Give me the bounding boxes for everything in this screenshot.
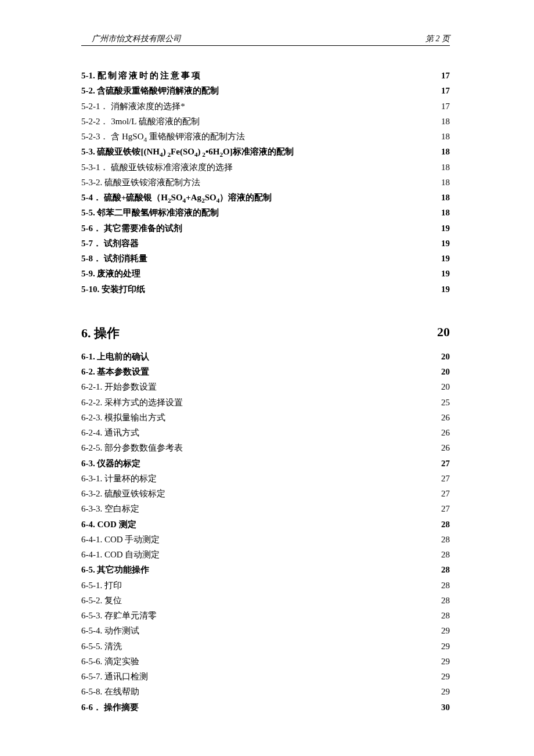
- toc-row: 6-2-3. 模拟量输出方式26: [81, 410, 450, 425]
- toc-page: 18: [431, 205, 450, 220]
- toc-row: 6-5-5. 清洗29: [81, 639, 450, 654]
- toc-page: 29: [431, 623, 450, 638]
- toc-row: 5-2-2． 3mol/L 硫酸溶液的配制18: [81, 114, 450, 129]
- document-page: 广州市怡文科技有限公司 第 2 页 5-1. 配制溶液时的注意事项175-2. …: [0, 0, 534, 750]
- toc-page: 29: [431, 684, 450, 699]
- toc-title: 6-5-6. 滴定实验: [81, 654, 431, 669]
- toc-row: 5-7． 试剂容器19: [81, 236, 450, 251]
- toc-row: 5-6． 其它需要准备的试剂19: [81, 221, 450, 236]
- toc-row: 6-2-2. 采样方式的选择设置25: [81, 395, 450, 410]
- toc-row: 6-2-5. 部分参数数值参考表26: [81, 440, 450, 455]
- toc-title: 6-4-1. COD 自动测定: [81, 547, 431, 562]
- toc-title: 6-3-3. 空白标定: [81, 501, 431, 516]
- toc-section-6-head: 6. 操作 20: [81, 325, 450, 342]
- toc-title: 6-5-4. 动作测试: [81, 623, 431, 638]
- toc-row: 6-2-4. 通讯方式26: [81, 425, 450, 440]
- toc-page: 19: [431, 221, 450, 236]
- toc-page: 28: [431, 517, 450, 532]
- toc-title: 6-2-3. 模拟量输出方式: [81, 410, 431, 425]
- toc-title: 6-5-8. 在线帮助: [81, 684, 431, 699]
- header-page-label: 第 2 页: [425, 34, 450, 44]
- toc-page: 18: [431, 175, 450, 190]
- toc-row: 5-2-3． 含 HgSO4 重铬酸钾溶液的配制方法18: [81, 129, 450, 144]
- toc-page: 26: [431, 425, 450, 440]
- toc-page: 27: [431, 486, 450, 501]
- toc-title: 6-5-7. 通讯口检测: [81, 669, 431, 684]
- toc-row: 6-4. COD 测定28: [81, 517, 450, 532]
- toc-row: 6-1. 上电前的确认20: [81, 349, 450, 364]
- toc-title: 6-2-2. 采样方式的选择设置: [81, 395, 431, 410]
- toc-title: 5-1. 配制溶液时的注意事项: [81, 68, 431, 83]
- toc-title: 5-6． 其它需要准备的试剂: [81, 221, 431, 236]
- toc-page: 25: [431, 395, 450, 410]
- toc-title: 6-1. 上电前的确认: [81, 349, 431, 364]
- toc-page: 30: [431, 700, 450, 715]
- toc-page: 28: [431, 578, 450, 593]
- toc-page: 19: [431, 236, 450, 251]
- toc-title: 5-9. 废液的处理: [81, 266, 431, 281]
- toc-row: 5-3-1． 硫酸亚铁铵标准溶液浓度的选择18: [81, 160, 450, 175]
- toc-page: 18: [431, 114, 450, 129]
- toc-page: 28: [431, 608, 450, 623]
- toc-row: 5-2-1． 消解液浓度的选择*17: [81, 99, 450, 114]
- toc-page: 26: [431, 440, 450, 455]
- toc-row: 6-5-6. 滴定实验29: [81, 654, 450, 669]
- toc-title: 6-6． 操作摘要: [81, 700, 431, 715]
- toc-row: 5-3-2. 硫酸亚铁铵溶液配制方法18: [81, 175, 450, 190]
- toc-row: 6-5-8. 在线帮助29: [81, 684, 450, 699]
- toc-page: 28: [431, 593, 450, 608]
- toc-page: 29: [431, 654, 450, 669]
- toc-section-5: 5-1. 配制溶液时的注意事项175-2. 含硫酸汞重铬酸钾消解液的配制175-…: [81, 68, 450, 297]
- toc-row: 6-5-3. 存贮单元清零28: [81, 608, 450, 623]
- toc-row: 6-4-1. COD 手动测定28: [81, 532, 450, 547]
- section-title: 6. 操作: [81, 325, 120, 342]
- toc-row: 6-3-1. 计量杯的标定27: [81, 471, 450, 486]
- toc-page: 17: [431, 83, 450, 98]
- toc-page: 17: [431, 68, 450, 83]
- toc-page: 18: [431, 144, 450, 159]
- toc-title: 6-4. COD 测定: [81, 517, 431, 532]
- toc-row: 5-4． 硫酸+硫酸银（H2SO4+Ag2SO4）溶液的配制18: [81, 190, 450, 205]
- toc-page: 28: [431, 547, 450, 562]
- section-page: 20: [437, 325, 450, 342]
- toc-row: 6-5-7. 通讯口检测29: [81, 669, 450, 684]
- toc-page: 28: [431, 532, 450, 547]
- toc-title: 6-2-1. 开始参数设置: [81, 379, 431, 394]
- toc-page: 18: [431, 160, 450, 175]
- toc-row: 5-10. 安装打印纸19: [81, 282, 450, 297]
- toc-row: 5-5. 邻苯二甲酸氢钾标准溶液的配制18: [81, 205, 450, 220]
- toc-title: 6-2-5. 部分参数数值参考表: [81, 440, 431, 455]
- toc-title: 5-8． 试剂消耗量: [81, 251, 431, 266]
- toc-page: 18: [431, 190, 450, 205]
- toc-title: 6-3-2. 硫酸亚铁铵标定: [81, 486, 431, 501]
- toc-row: 5-8． 试剂消耗量19: [81, 251, 450, 266]
- toc-page: 20: [431, 349, 450, 364]
- toc-page: 18: [431, 129, 450, 144]
- toc-page: 28: [431, 562, 450, 577]
- toc-title: 5-2-3． 含 HgSO4 重铬酸钾溶液的配制方法: [81, 129, 431, 144]
- toc-page: 29: [431, 669, 450, 684]
- page-header: 广州市怡文科技有限公司 第 2 页: [81, 34, 450, 46]
- toc-section-6: 6-1. 上电前的确认206-2. 基本参数设置206-2-1. 开始参数设置2…: [81, 349, 450, 715]
- toc-title: 5-10. 安装打印纸: [81, 282, 431, 297]
- toc-page: 19: [431, 282, 450, 297]
- toc-title: 5-3-1． 硫酸亚铁铵标准溶液浓度的选择: [81, 160, 431, 175]
- toc-page: 20: [431, 364, 450, 379]
- toc-title: 6-3-1. 计量杯的标定: [81, 471, 431, 486]
- toc-row: 6-3. 仪器的标定27: [81, 456, 450, 471]
- toc-row: 5-2. 含硫酸汞重铬酸钾消解液的配制17: [81, 83, 450, 98]
- toc-page: 27: [431, 471, 450, 486]
- toc-row: 5-9. 废液的处理19: [81, 266, 450, 281]
- toc-page: 17: [431, 99, 450, 114]
- toc-title: 6-2-4. 通讯方式: [81, 425, 431, 440]
- toc-row: 6-5-1. 打印28: [81, 578, 450, 593]
- toc-row: 5-1. 配制溶液时的注意事项17: [81, 68, 450, 83]
- toc-title: 6-5-3. 存贮单元清零: [81, 608, 431, 623]
- toc-title: 6-5-5. 清洗: [81, 639, 431, 654]
- toc-title: 6-4-1. COD 手动测定: [81, 532, 431, 547]
- toc-page: 20: [431, 379, 450, 394]
- toc-row: 6-2. 基本参数设置20: [81, 364, 450, 379]
- toc-title: 6-5-2. 复位: [81, 593, 431, 608]
- toc-title: 6-5. 其它功能操作: [81, 562, 431, 577]
- toc-row: 6-5-4. 动作测试29: [81, 623, 450, 638]
